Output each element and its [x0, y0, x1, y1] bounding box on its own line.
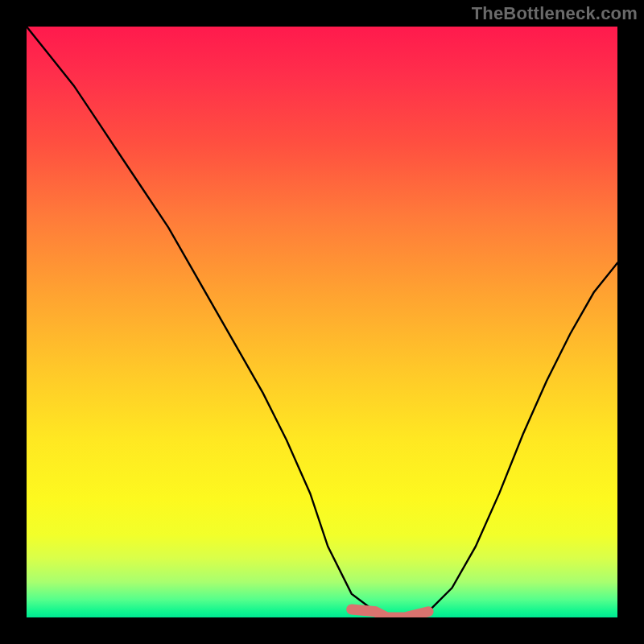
sweet-spot-band	[352, 609, 428, 617]
curve-layer	[27, 27, 617, 617]
watermark-text: TheBottleneck.com	[472, 3, 638, 24]
plot-area	[27, 27, 617, 617]
plot-frame: TheBottleneck.com	[0, 0, 644, 644]
bottleneck-curve	[27, 27, 617, 617]
